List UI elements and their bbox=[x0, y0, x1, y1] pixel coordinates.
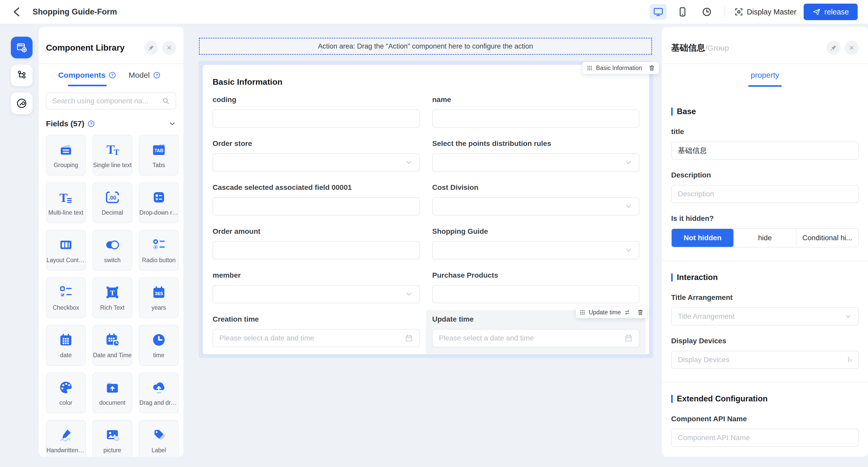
form-field-creation-time[interactable]: Creation timePlease select a date and ti… bbox=[213, 315, 420, 347]
form-field-select-the-points-distribution-rules[interactable]: Select the points distribution rules bbox=[432, 139, 640, 172]
rail-outline-tree-button[interactable] bbox=[11, 65, 33, 86]
display-devices-input[interactable] bbox=[678, 356, 845, 364]
trash-icon[interactable] bbox=[637, 309, 644, 316]
help-icon[interactable]: ? bbox=[153, 71, 161, 79]
tab-components[interactable]: Components ? bbox=[58, 71, 116, 86]
history-button[interactable] bbox=[698, 4, 715, 20]
api-name-input[interactable] bbox=[678, 434, 852, 442]
component-tile-decimal[interactable]: .00Decimal bbox=[92, 182, 132, 223]
component-tile-radio-button[interactable]: Radio button bbox=[139, 230, 179, 271]
form-field-coding[interactable]: coding bbox=[213, 96, 420, 128]
component-tile-switch[interactable]: switch bbox=[92, 230, 132, 271]
tab-property[interactable]: property bbox=[748, 71, 782, 87]
component-tile-date[interactable]: date bbox=[46, 325, 86, 366]
back-icon[interactable] bbox=[10, 5, 24, 19]
component-tile-grid: GroupingTTSingle line textTABTabsTMulti-… bbox=[46, 135, 176, 457]
top-bar: Shopping Guide-Form Display Master relea… bbox=[0, 0, 868, 24]
svg-text:.00: .00 bbox=[108, 195, 116, 201]
phone-icon bbox=[677, 7, 688, 17]
drag-handle-icon[interactable] bbox=[579, 309, 586, 316]
desktop-view-button[interactable] bbox=[650, 4, 667, 20]
chevron-down-icon bbox=[405, 290, 413, 298]
form-field-name[interactable]: name bbox=[432, 96, 640, 128]
component-tile-grouping[interactable]: Grouping bbox=[46, 135, 86, 176]
description-input[interactable] bbox=[678, 190, 852, 198]
component-tile-label-tag[interactable]: Label bbox=[139, 420, 179, 457]
pin-icon bbox=[148, 44, 154, 51]
help-icon[interactable]: ? bbox=[108, 71, 116, 79]
display-master-button[interactable]: Display Master bbox=[735, 7, 797, 16]
close-panel-button[interactable] bbox=[162, 41, 176, 55]
title-arrangement-input[interactable] bbox=[678, 312, 841, 320]
form-field-order-store[interactable]: Order store bbox=[213, 139, 420, 172]
field-chip-label: Update time bbox=[589, 309, 621, 316]
text-control[interactable] bbox=[213, 110, 420, 128]
hidden-option-not-hidden[interactable]: Not hidden bbox=[672, 229, 734, 247]
pin-panel-button[interactable] bbox=[144, 41, 158, 55]
component-search bbox=[46, 92, 176, 110]
component-tile-rich-text[interactable]: TRich Text bbox=[92, 277, 132, 318]
component-tile-date-time[interactable]: Date and Time bbox=[92, 325, 132, 366]
action-drop-area[interactable]: Action area: Drag the "Action" component… bbox=[199, 38, 652, 55]
help-icon[interactable]: ? bbox=[87, 120, 95, 128]
form-field-member[interactable]: member bbox=[213, 271, 420, 303]
title-input[interactable] bbox=[678, 147, 852, 155]
display-devices-field[interactable]: î› bbox=[671, 351, 859, 369]
hidden-option-hide[interactable]: hide bbox=[734, 229, 796, 247]
title-arrangement-select[interactable] bbox=[671, 307, 859, 325]
select-control[interactable] bbox=[213, 285, 420, 303]
text-control[interactable] bbox=[213, 241, 420, 259]
form-field-update-time[interactable]: Update timePlease select a date and time… bbox=[426, 310, 646, 354]
rail-page-builder-button[interactable] bbox=[11, 37, 33, 58]
select-control[interactable] bbox=[432, 241, 640, 259]
close-panel-button[interactable] bbox=[845, 41, 859, 55]
component-tile-checkbox[interactable]: Checkbox bbox=[46, 277, 86, 318]
component-tile-document[interactable]: document bbox=[92, 372, 132, 413]
select-control[interactable] bbox=[432, 153, 640, 172]
select-control[interactable] bbox=[213, 153, 420, 172]
component-tile-picture[interactable]: picture bbox=[92, 420, 132, 457]
component-tile-label: Tabs bbox=[152, 162, 165, 169]
date-control[interactable]: Please select a date and time bbox=[213, 329, 420, 347]
drag-handle-icon[interactable] bbox=[586, 65, 593, 71]
text-control[interactable] bbox=[213, 197, 420, 215]
tab-model[interactable]: Model ? bbox=[125, 71, 164, 86]
page-title: Shopping Guide-Form bbox=[33, 7, 117, 17]
component-tile-dropdown-radio[interactable]: Drop-down ra... bbox=[139, 182, 179, 223]
text-control[interactable] bbox=[432, 285, 640, 303]
date-control[interactable]: Please select a date and time bbox=[432, 329, 640, 347]
select-control[interactable] bbox=[432, 197, 640, 215]
component-tile-multi-line-text[interactable]: TMulti-line text bbox=[46, 182, 86, 223]
swap-icon[interactable] bbox=[624, 309, 630, 316]
checkbox-icon bbox=[58, 285, 74, 300]
component-tile-handwritten-signature[interactable]: Handwritten si... bbox=[46, 420, 86, 457]
component-tile-color[interactable]: color bbox=[46, 372, 86, 413]
chevron-down-icon[interactable] bbox=[168, 120, 176, 128]
component-tile-single-line-text[interactable]: TTSingle line text bbox=[92, 135, 132, 176]
trash-icon[interactable] bbox=[648, 65, 655, 71]
component-tile-years[interactable]: 365years bbox=[139, 277, 179, 318]
dropdown-radio-icon bbox=[151, 190, 167, 205]
active-tab-underline bbox=[68, 85, 107, 86]
component-tile-layout-container[interactable]: Layout Contai... bbox=[46, 230, 86, 271]
date-time-icon bbox=[104, 332, 120, 348]
mobile-view-button[interactable] bbox=[674, 4, 691, 20]
form-field-cost-division[interactable]: Cost Division bbox=[432, 183, 640, 215]
form-field-purchase-products[interactable]: Purchase Products bbox=[432, 271, 640, 303]
component-tile-time[interactable]: time bbox=[139, 325, 179, 366]
hidden-option-conditional-hi-[interactable]: Conditional hi... bbox=[796, 229, 858, 247]
component-tile-tabs[interactable]: TABTabs bbox=[139, 135, 179, 176]
search-input[interactable] bbox=[52, 97, 162, 105]
text-control[interactable] bbox=[432, 110, 640, 128]
pin-panel-button[interactable] bbox=[827, 41, 841, 55]
rail-tools-button[interactable] bbox=[11, 92, 33, 114]
form-field-order-amount[interactable]: Order amount bbox=[213, 227, 420, 259]
form-card[interactable]: Basic Information Basic Information codi… bbox=[203, 65, 649, 354]
component-tile-drag-drop-upload[interactable]: Drag and drop... bbox=[139, 372, 179, 413]
form-field-shopping-guide[interactable]: Shopping Guide bbox=[432, 227, 640, 259]
svg-text:T: T bbox=[110, 289, 115, 297]
release-button[interactable]: release bbox=[804, 4, 858, 20]
search-icon[interactable] bbox=[162, 97, 170, 105]
field-label: Order amount bbox=[213, 227, 420, 236]
form-field-cascade-selected-associated-field-00001[interactable]: Cascade selected associated field 00001 bbox=[213, 183, 420, 215]
